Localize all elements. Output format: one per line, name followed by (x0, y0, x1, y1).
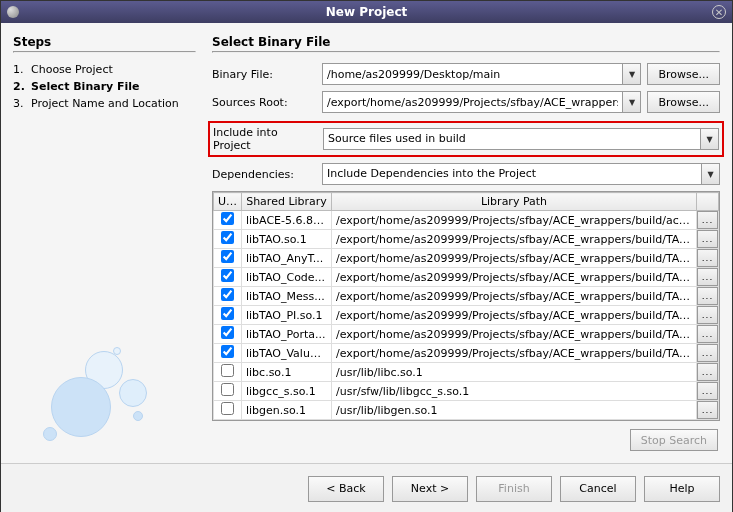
use-checkbox[interactable] (221, 269, 234, 282)
library-path-cell: /export/home/as209999/Projects/sfbay/ACE… (332, 306, 697, 325)
library-path-cell: /export/home/as209999/Projects/sfbay/ACE… (332, 287, 697, 306)
use-checkbox[interactable] (221, 288, 234, 301)
shared-library-cell: libTAO.so.1 (242, 230, 332, 249)
library-path-cell: /usr/lib/libgen.so.1 (332, 401, 697, 420)
row-browse-button[interactable]: ... (697, 401, 718, 419)
shared-library-cell: libTAO_Code... (242, 268, 332, 287)
window-menu-icon[interactable] (7, 6, 19, 18)
back-button[interactable]: < Back (308, 476, 384, 502)
library-path-cell: /usr/lib/libc.so.1 (332, 363, 697, 382)
step-item: 1.Choose Project (13, 61, 196, 78)
sources-root-dropdown-icon[interactable]: ▼ (623, 91, 641, 113)
libraries-table: Use Shared Library Library Path libACE-5… (213, 192, 719, 420)
table-row[interactable]: libc.so.1/usr/lib/libc.so.1... (214, 363, 719, 382)
use-checkbox[interactable] (221, 326, 234, 339)
page-title: Select Binary File (212, 35, 720, 49)
binary-file-browse-button[interactable]: Browse... (647, 63, 720, 85)
row-browse-button[interactable]: ... (697, 268, 718, 286)
table-row[interactable]: libACE-5.6.8.so/export/home/as209999/Pro… (214, 211, 719, 230)
library-path-cell: /export/home/as209999/Projects/sfbay/ACE… (332, 211, 697, 230)
table-row[interactable]: libTAO_Mess.../export/home/as209999/Proj… (214, 287, 719, 306)
libraries-table-container[interactable]: Use Shared Library Library Path libACE-5… (212, 191, 720, 421)
row-browse-button[interactable]: ... (697, 363, 718, 381)
wizard-footer: < Back Next > Finish Cancel Help (1, 463, 732, 512)
col-use[interactable]: Use (214, 193, 242, 211)
shared-library-cell: libTAO_Mess... (242, 287, 332, 306)
use-checkbox[interactable] (221, 402, 234, 415)
row-browse-button[interactable]: ... (697, 249, 718, 267)
library-path-cell: /export/home/as209999/Projects/sfbay/ACE… (332, 249, 697, 268)
sources-root-browse-button[interactable]: Browse... (647, 91, 720, 113)
col-library-path[interactable]: Library Path (332, 193, 697, 211)
close-icon[interactable]: ✕ (712, 5, 726, 19)
step-label: Choose Project (31, 63, 113, 76)
cancel-button[interactable]: Cancel (560, 476, 636, 502)
library-path-cell: /export/home/as209999/Projects/sfbay/ACE… (332, 230, 697, 249)
row-browse-button[interactable]: ... (697, 287, 718, 305)
use-checkbox[interactable] (221, 383, 234, 396)
binary-file-dropdown-icon[interactable]: ▼ (623, 63, 641, 85)
step-item: 2.Select Binary File (13, 78, 196, 95)
row-browse-button[interactable]: ... (697, 325, 718, 343)
table-row[interactable]: libTAO_Value.../export/home/as209999/Pro… (214, 344, 719, 363)
include-into-project-select[interactable]: Source files used in build (323, 128, 701, 150)
use-checkbox[interactable] (221, 345, 234, 358)
shared-library-cell: libACE-5.6.8.so (242, 211, 332, 230)
table-row[interactable]: libTAO_Code.../export/home/as209999/Proj… (214, 268, 719, 287)
shared-library-cell: libTAO_AnyT... (242, 249, 332, 268)
binary-file-input[interactable] (322, 63, 623, 85)
row-browse-button[interactable]: ... (697, 382, 718, 400)
steps-panel: Steps 1.Choose Project2.Select Binary Fi… (7, 31, 202, 459)
window-title: New Project (326, 5, 408, 19)
stop-search-button: Stop Search (630, 429, 718, 451)
library-path-cell: /export/home/as209999/Projects/sfbay/ACE… (332, 268, 697, 287)
step-label: Select Binary File (31, 80, 140, 93)
table-row[interactable]: libTAO.so.1/export/home/as209999/Project… (214, 230, 719, 249)
step-item: 3.Project Name and Location (13, 95, 196, 112)
col-action (697, 193, 719, 211)
help-button[interactable]: Help (644, 476, 720, 502)
shared-library-cell: libgen.so.1 (242, 401, 332, 420)
table-row[interactable]: libTAO_AnyT.../export/home/as209999/Proj… (214, 249, 719, 268)
step-label: Project Name and Location (31, 97, 179, 110)
use-checkbox[interactable] (221, 307, 234, 320)
steps-heading: Steps (13, 35, 196, 49)
include-into-project-highlight: Include into Project Source files used i… (208, 121, 724, 157)
sources-root-label: Sources Root: (212, 96, 316, 109)
table-row[interactable]: libgcc_s.so.1/usr/sfw/lib/libgcc_s.so.1.… (214, 382, 719, 401)
use-checkbox[interactable] (221, 250, 234, 263)
shared-library-cell: libTAO_Value... (242, 344, 332, 363)
table-row[interactable]: libTAO_PI.so.1/export/home/as209999/Proj… (214, 306, 719, 325)
library-path-cell: /usr/sfw/lib/libgcc_s.so.1 (332, 382, 697, 401)
dependencies-dropdown-icon[interactable]: ▼ (702, 163, 720, 185)
next-button[interactable]: Next > (392, 476, 468, 502)
row-browse-button[interactable]: ... (697, 211, 718, 229)
shared-library-cell: libgcc_s.so.1 (242, 382, 332, 401)
table-row[interactable]: libTAO_Porta.../export/home/as209999/Pro… (214, 325, 719, 344)
sources-root-input[interactable] (322, 91, 623, 113)
titlebar: New Project ✕ (1, 1, 732, 23)
use-checkbox[interactable] (221, 212, 234, 225)
shared-library-cell: libc.so.1 (242, 363, 332, 382)
library-path-cell: /export/home/as209999/Projects/sfbay/ACE… (332, 325, 697, 344)
library-path-cell: /export/home/as209999/Projects/sfbay/ACE… (332, 344, 697, 363)
include-into-project-dropdown-icon[interactable]: ▼ (701, 128, 719, 150)
row-browse-button[interactable]: ... (697, 230, 718, 248)
table-row[interactable]: libgen.so.1/usr/lib/libgen.so.1... (214, 401, 719, 420)
dependencies-select[interactable]: Include Dependencies into the Project (322, 163, 702, 185)
shared-library-cell: libTAO_Porta... (242, 325, 332, 344)
col-shared-library[interactable]: Shared Library (242, 193, 332, 211)
dependencies-label: Dependencies: (212, 168, 316, 181)
shared-library-cell: libTAO_PI.so.1 (242, 306, 332, 325)
decorative-bubbles (15, 331, 175, 451)
row-browse-button[interactable]: ... (697, 344, 718, 362)
use-checkbox[interactable] (221, 231, 234, 244)
finish-button: Finish (476, 476, 552, 502)
use-checkbox[interactable] (221, 364, 234, 377)
include-into-project-label: Include into Project (213, 126, 317, 152)
row-browse-button[interactable]: ... (697, 306, 718, 324)
binary-file-label: Binary File: (212, 68, 316, 81)
